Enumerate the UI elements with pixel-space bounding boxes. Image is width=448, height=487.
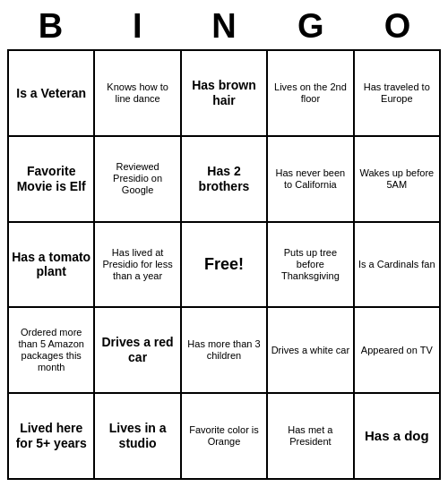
bingo-cell-18[interactable]: Drives a white car xyxy=(268,308,354,394)
bingo-cell-12[interactable]: Free! xyxy=(182,223,268,309)
bingo-cell-11[interactable]: Has lived at Presidio for less than a ye… xyxy=(95,223,181,309)
bingo-grid: Is a VeteranKnows how to line danceHas b… xyxy=(7,49,441,480)
letter-i: I xyxy=(94,7,181,46)
bingo-cell-16[interactable]: Drives a red car xyxy=(95,308,181,394)
bingo-cell-20[interactable]: Lived here for 5+ years xyxy=(9,394,95,480)
bingo-cell-6[interactable]: Reviewed Presidio on Google xyxy=(95,137,181,223)
bingo-cell-24[interactable]: Has a dog xyxy=(355,394,441,480)
bingo-cell-23[interactable]: Has met a President xyxy=(268,394,354,480)
bingo-cell-1[interactable]: Knows how to line dance xyxy=(95,51,181,137)
bingo-cell-3[interactable]: Lives on the 2nd floor xyxy=(268,51,354,137)
bingo-cell-21[interactable]: Lives in a studio xyxy=(95,394,181,480)
bingo-cell-13[interactable]: Puts up tree before Thanksgiving xyxy=(268,223,354,309)
bingo-cell-17[interactable]: Has more than 3 children xyxy=(182,308,268,394)
bingo-cell-9[interactable]: Wakes up before 5AM xyxy=(355,137,441,223)
letter-g: G xyxy=(267,7,354,46)
letter-b: B xyxy=(7,7,94,46)
bingo-cell-14[interactable]: Is a Cardinals fan xyxy=(355,223,441,309)
letter-n: N xyxy=(181,7,268,46)
letter-o: O xyxy=(354,7,441,46)
bingo-cell-5[interactable]: Favorite Movie is Elf xyxy=(9,137,95,223)
bingo-cell-7[interactable]: Has 2 brothers xyxy=(182,137,268,223)
bingo-cell-4[interactable]: Has traveled to Europe xyxy=(355,51,441,137)
bingo-cell-15[interactable]: Ordered more than 5 Amazon packages this… xyxy=(9,308,95,394)
bingo-cell-8[interactable]: Has never been to California xyxy=(268,137,354,223)
bingo-cell-10[interactable]: Has a tomato plant xyxy=(9,223,95,309)
bingo-cell-0[interactable]: Is a Veteran xyxy=(9,51,95,137)
bingo-cell-2[interactable]: Has brown hair xyxy=(182,51,268,137)
bingo-cell-19[interactable]: Appeared on TV xyxy=(355,308,441,394)
bingo-cell-22[interactable]: Favorite color is Orange xyxy=(182,394,268,480)
bingo-title: B I N G O xyxy=(7,7,441,46)
